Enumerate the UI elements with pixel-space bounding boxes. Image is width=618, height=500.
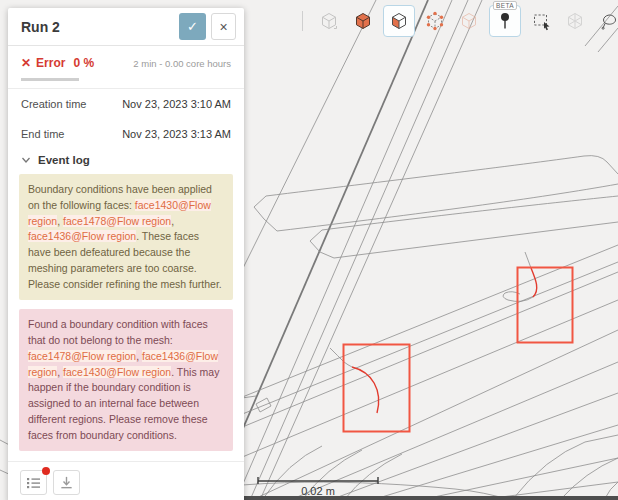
error-label: Error — [36, 56, 65, 70]
end-time-label: End time — [21, 128, 64, 140]
end-time-value: Nov 23, 2023 3:13 AM — [122, 128, 231, 140]
event-log-label: Event log — [38, 154, 90, 166]
creation-time-value: Nov 23, 2023 3:10 AM — [122, 98, 231, 110]
warning-text: , — [171, 215, 174, 227]
progress-bar — [21, 78, 79, 81]
creation-time-label: Creation time — [21, 98, 86, 110]
beta-badge: BETA — [493, 1, 517, 10]
error-x-icon: ✕ — [21, 56, 31, 70]
panel-header: Run 2 ✓ × — [8, 8, 244, 46]
defeatured-face-curves — [352, 268, 537, 413]
view-toolbar: BETA — [296, 3, 618, 39]
solid-mesh-cube-icon[interactable] — [351, 9, 375, 33]
end-time-row: End time Nov 23, 2023 3:13 AM — [8, 119, 244, 149]
event-log-error-message: Found a boundary condition with faces th… — [19, 309, 233, 451]
face-link[interactable]: face1430@Flow region — [63, 366, 171, 378]
face-link[interactable]: face1436@Flow region — [28, 230, 136, 242]
list-icon — [26, 476, 41, 490]
surface-cube-icon[interactable] — [383, 5, 415, 37]
download-icon — [59, 475, 74, 490]
view-cube-icon[interactable] — [317, 9, 341, 33]
event-log-toggle[interactable]: Event log — [8, 149, 244, 174]
creation-time-row: Creation time Nov 23, 2023 3:10 AM — [8, 89, 244, 119]
chevron-down-icon — [21, 156, 31, 164]
error-text: Found a boundary condition with faces th… — [28, 318, 208, 346]
event-log-list-button[interactable] — [20, 470, 47, 495]
error-status: ✕Error0 % — [21, 56, 94, 70]
lasso-select-icon[interactable] — [597, 9, 618, 33]
run-status-row: ✕Error0 % 2 min - 0.00 core hours — [8, 46, 244, 70]
event-log-warning-message: Boundary conditions have been applied on… — [19, 174, 233, 300]
face-link[interactable]: face1478@Flow region — [28, 350, 136, 362]
run-details-panel: Run 2 ✓ × ✕Error0 % 2 min - 0.00 core ho… — [8, 8, 244, 500]
run-title: Run 2 — [21, 19, 179, 35]
vertices-cube-icon[interactable] — [423, 9, 447, 33]
close-button[interactable]: × — [211, 13, 236, 40]
box-select-icon[interactable] — [529, 9, 553, 33]
core-hours-text: 2 min - 0.00 core hours — [133, 58, 231, 69]
confirm-button[interactable]: ✓ — [179, 13, 206, 40]
notification-dot — [42, 467, 50, 475]
toolbar-separator — [302, 11, 303, 31]
probe-point-icon[interactable]: BETA — [489, 5, 521, 37]
face-link[interactable]: face1478@Flow region — [63, 215, 171, 227]
error-percent: 0 % — [73, 56, 94, 70]
transparent-cube-icon[interactable] — [457, 9, 481, 33]
download-log-button[interactable] — [53, 470, 80, 495]
mesh-clip-icon[interactable] — [563, 9, 587, 33]
panel-footer — [8, 461, 244, 500]
